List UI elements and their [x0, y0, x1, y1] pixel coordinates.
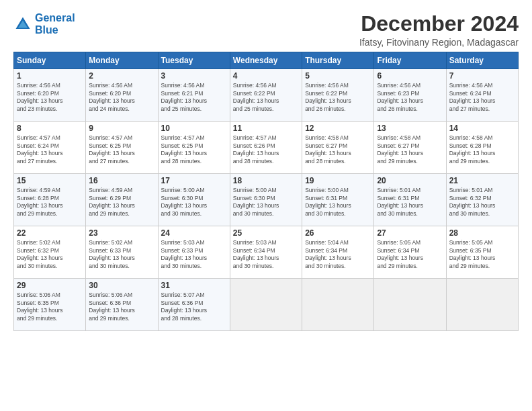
table-row: 16Sunrise: 4:59 AMSunset: 6:29 PMDayligh… [86, 174, 158, 226]
table-row: 27Sunrise: 5:05 AMSunset: 6:34 PMDayligh… [374, 226, 446, 279]
calendar-week-row: 8Sunrise: 4:57 AMSunset: 6:24 PMDaylight… [14, 122, 519, 174]
table-row: 30Sunrise: 5:06 AMSunset: 6:36 PMDayligh… [86, 279, 158, 331]
day-info: Sunrise: 5:06 AMSunset: 6:35 PMDaylight:… [17, 291, 83, 322]
day-info: Sunrise: 5:02 AMSunset: 6:33 PMDaylight:… [89, 239, 154, 270]
location-subtitle: Ifatsy, Fitovinany Region, Madagascar [359, 37, 519, 48]
day-info: Sunrise: 4:59 AMSunset: 6:29 PMDaylight:… [89, 187, 154, 218]
day-number: 19 [305, 176, 371, 185]
day-number: 18 [233, 176, 299, 185]
table-row: 19Sunrise: 5:00 AMSunset: 6:31 PMDayligh… [302, 174, 374, 226]
table-row: 26Sunrise: 5:04 AMSunset: 6:34 PMDayligh… [302, 226, 374, 279]
day-info: Sunrise: 5:06 AMSunset: 6:36 PMDaylight:… [89, 291, 154, 322]
day-info: Sunrise: 5:05 AMSunset: 6:34 PMDaylight:… [377, 239, 443, 270]
day-number: 15 [17, 176, 83, 185]
table-row: 15Sunrise: 4:59 AMSunset: 6:28 PMDayligh… [14, 174, 86, 226]
table-row: 25Sunrise: 5:03 AMSunset: 6:34 PMDayligh… [230, 226, 302, 279]
header: General Blue December 2024 Ifatsy, Fitov… [13, 12, 519, 48]
title-block: December 2024 Ifatsy, Fitovinany Region,… [359, 12, 519, 48]
table-row: 13Sunrise: 4:58 AMSunset: 6:27 PMDayligh… [374, 122, 446, 174]
day-info: Sunrise: 5:04 AMSunset: 6:34 PMDaylight:… [305, 239, 371, 270]
day-info: Sunrise: 4:56 AMSunset: 6:20 PMDaylight:… [89, 82, 154, 113]
col-monday: Monday [86, 52, 158, 69]
day-info: Sunrise: 4:56 AMSunset: 6:22 PMDaylight:… [233, 82, 299, 113]
day-number: 9 [89, 124, 154, 133]
day-number: 17 [161, 176, 227, 185]
col-wednesday: Wednesday [230, 52, 302, 69]
day-number: 8 [17, 124, 83, 133]
day-info: Sunrise: 4:56 AMSunset: 6:20 PMDaylight:… [17, 82, 83, 113]
day-number: 14 [449, 124, 515, 133]
day-info: Sunrise: 4:57 AMSunset: 6:25 PMDaylight:… [89, 134, 154, 165]
calendar-week-row: 29Sunrise: 5:06 AMSunset: 6:35 PMDayligh… [14, 279, 519, 331]
day-info: Sunrise: 5:00 AMSunset: 6:30 PMDaylight:… [161, 187, 227, 218]
day-info: Sunrise: 5:07 AMSunset: 6:36 PMDaylight:… [161, 291, 227, 322]
col-friday: Friday [374, 52, 446, 69]
logo-text: General Blue [35, 12, 75, 36]
table-row: 7Sunrise: 4:56 AMSunset: 6:24 PMDaylight… [446, 69, 518, 122]
table-row: 3Sunrise: 4:56 AMSunset: 6:21 PMDaylight… [158, 69, 230, 122]
day-info: Sunrise: 4:58 AMSunset: 6:27 PMDaylight:… [377, 134, 443, 165]
table-row: 29Sunrise: 5:06 AMSunset: 6:35 PMDayligh… [14, 279, 86, 331]
day-number: 7 [449, 71, 515, 81]
table-row: 31Sunrise: 5:07 AMSunset: 6:36 PMDayligh… [158, 279, 230, 331]
table-row: 12Sunrise: 4:58 AMSunset: 6:27 PMDayligh… [302, 122, 374, 174]
day-number: 11 [233, 124, 299, 133]
day-number: 6 [377, 71, 443, 81]
day-number: 1 [17, 71, 83, 81]
day-number: 26 [305, 228, 371, 238]
day-number: 25 [233, 228, 299, 238]
day-info: Sunrise: 5:03 AMSunset: 6:33 PMDaylight:… [161, 239, 227, 270]
day-number: 16 [89, 176, 154, 185]
day-number: 4 [233, 71, 299, 81]
day-info: Sunrise: 5:01 AMSunset: 6:32 PMDaylight:… [449, 187, 515, 218]
table-row: 11Sunrise: 4:57 AMSunset: 6:26 PMDayligh… [230, 122, 302, 174]
table-row: 2Sunrise: 4:56 AMSunset: 6:20 PMDaylight… [86, 69, 158, 122]
table-row: 14Sunrise: 4:58 AMSunset: 6:28 PMDayligh… [446, 122, 518, 174]
logo-icon [13, 15, 32, 34]
col-thursday: Thursday [302, 52, 374, 69]
table-row: 9Sunrise: 4:57 AMSunset: 6:25 PMDaylight… [86, 122, 158, 174]
day-info: Sunrise: 5:00 AMSunset: 6:31 PMDaylight:… [305, 187, 371, 218]
table-row: 6Sunrise: 4:56 AMSunset: 6:23 PMDaylight… [374, 69, 446, 122]
table-row: 22Sunrise: 5:02 AMSunset: 6:32 PMDayligh… [14, 226, 86, 279]
table-row [374, 279, 446, 331]
page-container: General Blue December 2024 Ifatsy, Fitov… [0, 0, 532, 338]
day-number: 5 [305, 71, 371, 81]
day-info: Sunrise: 4:59 AMSunset: 6:28 PMDaylight:… [17, 187, 83, 218]
table-row: 24Sunrise: 5:03 AMSunset: 6:33 PMDayligh… [158, 226, 230, 279]
day-number: 24 [161, 228, 227, 238]
table-row: 17Sunrise: 5:00 AMSunset: 6:30 PMDayligh… [158, 174, 230, 226]
day-info: Sunrise: 5:03 AMSunset: 6:34 PMDaylight:… [233, 239, 299, 270]
calendar-week-row: 1Sunrise: 4:56 AMSunset: 6:20 PMDaylight… [14, 69, 519, 122]
table-row: 4Sunrise: 4:56 AMSunset: 6:22 PMDaylight… [230, 69, 302, 122]
day-number: 31 [161, 281, 227, 290]
table-row: 21Sunrise: 5:01 AMSunset: 6:32 PMDayligh… [446, 174, 518, 226]
table-row [302, 279, 374, 331]
day-number: 22 [17, 228, 83, 238]
calendar-week-row: 22Sunrise: 5:02 AMSunset: 6:32 PMDayligh… [14, 226, 519, 279]
table-row: 1Sunrise: 4:56 AMSunset: 6:20 PMDaylight… [14, 69, 86, 122]
day-info: Sunrise: 5:02 AMSunset: 6:32 PMDaylight:… [17, 239, 83, 270]
table-row: 23Sunrise: 5:02 AMSunset: 6:33 PMDayligh… [86, 226, 158, 279]
day-number: 13 [377, 124, 443, 133]
day-number: 27 [377, 228, 443, 238]
day-info: Sunrise: 4:56 AMSunset: 6:23 PMDaylight:… [377, 82, 443, 113]
day-info: Sunrise: 4:56 AMSunset: 6:24 PMDaylight:… [449, 82, 515, 113]
day-number: 10 [161, 124, 227, 133]
col-tuesday: Tuesday [158, 52, 230, 69]
table-row: 18Sunrise: 5:00 AMSunset: 6:30 PMDayligh… [230, 174, 302, 226]
day-number: 28 [449, 228, 515, 238]
day-info: Sunrise: 5:00 AMSunset: 6:30 PMDaylight:… [233, 187, 299, 218]
day-number: 30 [89, 281, 154, 290]
table-row: 20Sunrise: 5:01 AMSunset: 6:31 PMDayligh… [374, 174, 446, 226]
calendar-week-row: 15Sunrise: 4:59 AMSunset: 6:28 PMDayligh… [14, 174, 519, 226]
day-info: Sunrise: 4:56 AMSunset: 6:22 PMDaylight:… [305, 82, 371, 113]
col-sunday: Sunday [14, 52, 86, 69]
table-row: 10Sunrise: 4:57 AMSunset: 6:25 PMDayligh… [158, 122, 230, 174]
day-info: Sunrise: 4:57 AMSunset: 6:25 PMDaylight:… [161, 134, 227, 165]
col-saturday: Saturday [446, 52, 518, 69]
table-row: 8Sunrise: 4:57 AMSunset: 6:24 PMDaylight… [14, 122, 86, 174]
month-title: December 2024 [359, 12, 519, 36]
day-number: 21 [449, 176, 515, 185]
day-number: 3 [161, 71, 227, 81]
